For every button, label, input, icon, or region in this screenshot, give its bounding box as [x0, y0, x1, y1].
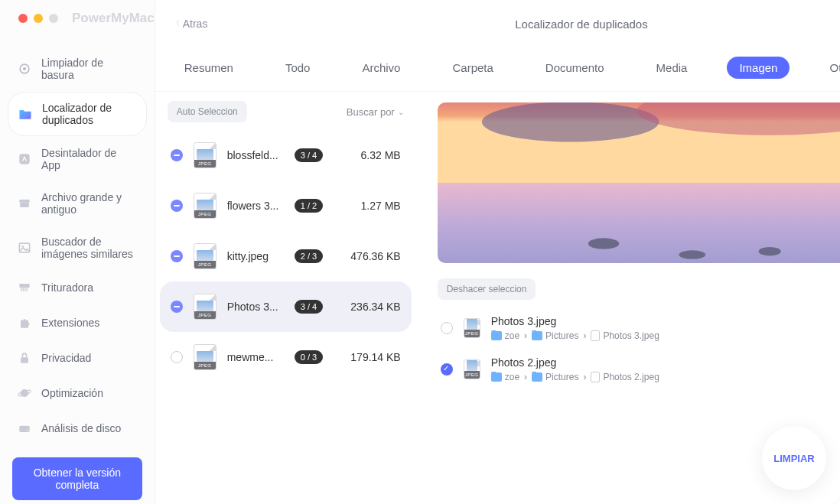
- file-group-item[interactable]: JPEG mewme... 0 / 3 179.14 KB: [160, 332, 412, 382]
- checkbox-empty-icon[interactable]: [171, 351, 183, 363]
- checkbox-partial-icon[interactable]: [171, 250, 183, 262]
- tab-carpeta[interactable]: Carpeta: [440, 57, 505, 79]
- auto-select-button[interactable]: Auto Seleccion: [168, 101, 247, 122]
- folder-icon: [532, 372, 542, 382]
- header: 〈 Atras Localizador de duplicados ?: [155, 0, 840, 47]
- sidebar-item-cleaner[interactable]: Limpiador de basura: [8, 47, 147, 90]
- sidebar-item-label: Trituradora: [41, 281, 93, 294]
- app-window: PowerMyMac Limpiador de basura Localizad…: [0, 0, 840, 504]
- folder-icon: [532, 331, 542, 340]
- maximize-icon: [49, 14, 58, 23]
- sidebar-item-label: Optimización: [41, 387, 103, 399]
- sidebar-item-uninstaller[interactable]: Desintalador de App: [8, 138, 147, 180]
- sidebar-item-similar-images[interactable]: Buscador de imágenes similares: [8, 226, 147, 269]
- file-name: Photos 3...: [227, 301, 284, 313]
- svg-point-17: [588, 238, 620, 249]
- count-badge: 0 / 3: [295, 350, 323, 364]
- sidebar-item-disk[interactable]: Análisis de disco: [8, 411, 147, 445]
- sidebar-item-privacy[interactable]: Privacidad: [8, 341, 147, 375]
- tab-media[interactable]: Media: [644, 57, 700, 79]
- count-badge: 3 / 4: [295, 148, 323, 162]
- checkbox-icon[interactable]: [441, 363, 453, 376]
- sidebar-item-label: Análisis de disco: [41, 422, 121, 434]
- file-name: kitty.jpeg: [227, 250, 284, 262]
- file-thumb: JPEG: [194, 142, 217, 168]
- count-badge: 1 / 2: [295, 199, 323, 213]
- svg-point-14: [482, 102, 659, 141]
- sidebar-item-duplicates[interactable]: Localizador de duplicados: [8, 92, 147, 136]
- svg-rect-8: [21, 357, 28, 363]
- drive-icon: [17, 421, 32, 436]
- file-group-item[interactable]: JPEG kitty.jpeg 2 / 3 476.36 KB: [160, 231, 412, 281]
- sort-button-left[interactable]: Buscar por ⌄: [347, 106, 404, 118]
- svg-rect-2: [19, 154, 29, 164]
- purchase-button[interactable]: Obtener la versión completa: [12, 457, 142, 500]
- sidebar: PowerMyMac Limpiador de basura Localizad…: [0, 0, 155, 504]
- sidebar-item-extensions[interactable]: Extensiones: [8, 306, 147, 340]
- file-icon: [591, 330, 600, 341]
- dup-file-path: zoe › Pictures › Photos 3.jpeg: [491, 330, 840, 341]
- archive-icon: [17, 196, 32, 211]
- file-group-item[interactable]: JPEG blossfeld... 3 / 4 6.32 MB: [160, 130, 412, 180]
- file-group-item[interactable]: JPEG flowers 3... 1 / 2 1.27 MB: [160, 180, 412, 231]
- back-label: Atras: [183, 18, 208, 30]
- duplicate-item[interactable]: JPEG Photos 2.jpeg zoe › Pictures › Phot…: [438, 349, 840, 390]
- group-list-pane: Auto Seleccion Buscar por ⌄ JPEG blossfe…: [155, 92, 425, 504]
- tab-otros[interactable]: Otros: [817, 57, 840, 79]
- file-name: flowers 3...: [227, 200, 284, 212]
- shredder-icon: [17, 280, 32, 295]
- close-icon[interactable]: [18, 14, 28, 23]
- file-thumb: JPEG: [464, 359, 480, 379]
- duplicate-item[interactable]: JPEG Photos 3.jpeg zoe › Pictures › Phot…: [438, 307, 840, 349]
- undo-select-button[interactable]: Deshacer seleccion: [438, 278, 536, 300]
- file-thumb: JPEG: [194, 344, 217, 370]
- lock-icon: [17, 350, 32, 366]
- svg-rect-3: [19, 200, 29, 202]
- page-title: Localizador de duplicados: [515, 18, 647, 31]
- count-badge: 2 / 3: [295, 249, 323, 263]
- tab-archivo[interactable]: Archivo: [350, 57, 412, 79]
- gear-brush-icon: [17, 61, 32, 76]
- file-thumb: JPEG: [194, 243, 217, 269]
- tab-documento[interactable]: Documento: [533, 57, 617, 79]
- planet-icon: [17, 385, 32, 401]
- file-thumb: JPEG: [194, 294, 217, 320]
- sidebar-item-label: Buscador de imágenes similares: [41, 236, 138, 260]
- svg-point-1: [23, 67, 26, 70]
- sidebar-item-shredder[interactable]: Trituradora: [8, 271, 147, 304]
- dup-file-path: zoe › Pictures › Photos 2.jpeg: [491, 372, 840, 382]
- folder-icon: [491, 331, 502, 340]
- minimize-icon[interactable]: [34, 14, 43, 23]
- file-size: 6.32 MB: [340, 149, 401, 161]
- checkbox-partial-icon[interactable]: [171, 200, 183, 212]
- dup-file-name: Photos 2.jpeg: [491, 356, 840, 369]
- svg-point-12: [27, 430, 28, 431]
- main: 〈 Atras Localizador de duplicados ? Resu…: [155, 0, 840, 504]
- svg-point-19: [758, 247, 780, 256]
- sidebar-item-label: Localizador de duplicados: [42, 102, 137, 126]
- sidebar-item-optimization[interactable]: Optimización: [8, 376, 147, 410]
- file-thumb: JPEG: [194, 193, 217, 219]
- svg-rect-11: [19, 426, 29, 432]
- file-size: 1.27 MB: [340, 200, 401, 212]
- checkbox-partial-icon[interactable]: [171, 301, 183, 313]
- checkbox-icon[interactable]: [441, 322, 453, 334]
- file-size: 179.14 KB: [340, 351, 401, 363]
- sidebar-item-label: Limpiador de basura: [41, 57, 138, 81]
- file-name: mewme...: [227, 351, 284, 363]
- dup-file-name: Photos 3.jpeg: [491, 315, 840, 327]
- clean-button[interactable]: LIMPIAR: [762, 426, 826, 490]
- file-list[interactable]: JPEG blossfeld... 3 / 4 6.32 MB JPEG flo…: [160, 130, 412, 504]
- puzzle-icon: [17, 315, 32, 330]
- folder-gradient-icon: [18, 106, 33, 122]
- sidebar-item-large-old[interactable]: Archivo grande y antiguo: [8, 182, 147, 225]
- sidebar-item-label: Desintalador de App: [41, 147, 138, 171]
- file-group-item[interactable]: JPEG Photos 3... 3 / 4 236.34 KB: [160, 281, 412, 332]
- sidebar-item-label: Privacidad: [41, 352, 91, 364]
- app-store-icon: [17, 151, 32, 167]
- checkbox-partial-icon[interactable]: [171, 149, 183, 161]
- tab-imagen[interactable]: Imagen: [727, 57, 790, 79]
- tab-todo[interactable]: Todo: [273, 57, 323, 79]
- back-button[interactable]: 〈 Atras: [172, 18, 208, 30]
- tab-resumen[interactable]: Resumen: [172, 57, 246, 79]
